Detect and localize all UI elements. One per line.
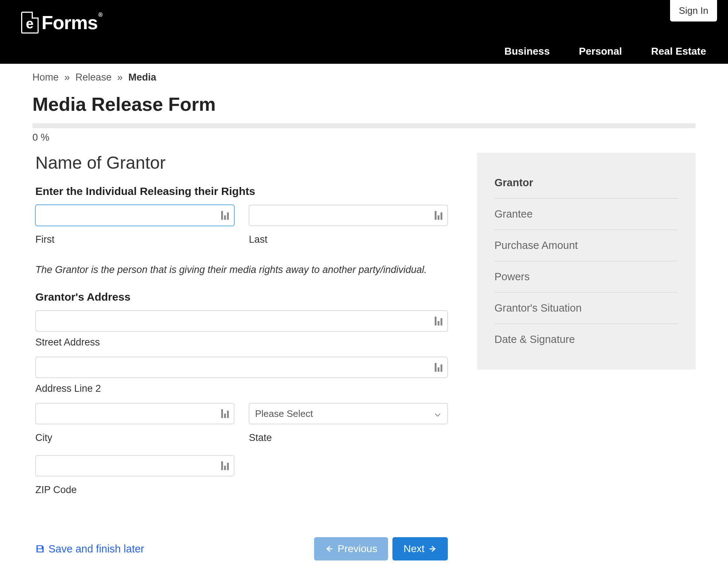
line2-label: Address Line 2 — [35, 383, 448, 394]
street-label: Street Address — [35, 337, 448, 348]
document-icon: e — [21, 12, 39, 34]
arrow-left-icon — [325, 545, 333, 553]
autofill-icon — [221, 461, 229, 470]
autofill-icon — [435, 363, 443, 372]
zip-label: ZIP Code — [35, 484, 234, 496]
nav-business[interactable]: Business — [504, 46, 550, 57]
next-button[interactable]: Next — [392, 537, 448, 560]
section-title: Name of Grantor — [35, 153, 448, 173]
signin-button[interactable]: Sign In — [670, 0, 717, 22]
street-address-input[interactable] — [35, 310, 448, 332]
address-line2-input[interactable] — [35, 357, 448, 378]
autofill-icon — [435, 211, 443, 220]
first-label: First — [35, 234, 234, 245]
last-label: Last — [249, 234, 448, 245]
breadcrumb-home[interactable]: Home — [32, 72, 59, 83]
progress-text: 0 % — [32, 132, 696, 143]
autofill-icon — [435, 317, 443, 325]
breadcrumb-release[interactable]: Release — [75, 72, 111, 83]
breadcrumb: Home » Release » Media — [32, 64, 696, 93]
individual-heading: Enter the Individual Releasing their Rig… — [35, 185, 448, 198]
step-grantor[interactable]: Grantor — [494, 167, 678, 199]
step-date-signature[interactable]: Date & Signature — [494, 324, 678, 355]
form-main: Name of Grantor Enter the Individual Rel… — [32, 151, 448, 582]
zip-input[interactable] — [35, 455, 234, 476]
city-input[interactable] — [35, 403, 234, 424]
nav-real-estate[interactable]: Real Estate — [651, 46, 706, 57]
main-nav: Business Personal Real Estate — [504, 46, 706, 57]
save-icon — [35, 544, 45, 554]
first-name-input[interactable] — [35, 205, 234, 226]
arrow-right-icon — [429, 545, 437, 553]
step-grantors-situation[interactable]: Grantor's Situation — [494, 293, 678, 324]
last-name-input[interactable] — [249, 205, 448, 226]
step-powers[interactable]: Powers — [494, 261, 678, 293]
autofill-icon — [221, 211, 229, 220]
page-title: Media Release Form — [32, 93, 696, 115]
progress-bar — [32, 123, 696, 128]
logo-text: Forms® — [42, 12, 102, 34]
save-link[interactable]: Save and finish later — [35, 543, 144, 555]
grantor-note: The Grantor is the person that is giving… — [35, 264, 448, 276]
state-label: State — [249, 432, 448, 444]
nav-personal[interactable]: Personal — [579, 46, 622, 57]
autofill-icon — [221, 409, 229, 418]
header: Sign In e Forms® Business Personal Real … — [0, 0, 728, 64]
address-heading: Grantor's Address — [35, 291, 448, 303]
state-select[interactable]: Please Select — [249, 403, 448, 424]
steps-sidebar: Grantor Grantee Purchase Amount Powers G… — [477, 153, 696, 370]
previous-button[interactable]: Previous — [314, 537, 388, 560]
breadcrumb-current: Media — [128, 72, 156, 83]
city-label: City — [35, 432, 234, 444]
step-grantee[interactable]: Grantee — [494, 199, 678, 230]
step-purchase-amount[interactable]: Purchase Amount — [494, 230, 678, 261]
logo[interactable]: e Forms® — [21, 12, 102, 34]
